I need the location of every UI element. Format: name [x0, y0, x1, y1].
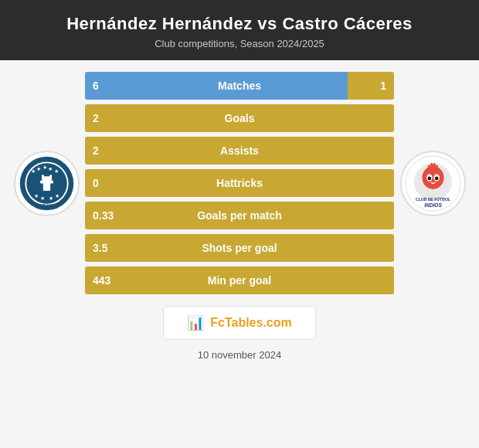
stat-label-2: Assists — [220, 144, 259, 157]
stat-label-3: Hattricks — [216, 177, 263, 189]
svg-text:CLUB DE FÚTBOL: CLUB DE FÚTBOL — [415, 197, 450, 202]
stat-left-5: 3.5 — [93, 242, 107, 254]
brand-box: 📊 FcTables.com — [163, 306, 316, 340]
stat-label-5: Shots per goal — [202, 242, 277, 254]
main-content: ★ ★ ★ ★ ★ ★ ★ ★ ★ — [0, 60, 479, 448]
match-title: Hernández Hernández vs Castro Cáceres — [15, 14, 464, 34]
svg-rect-11 — [49, 175, 52, 181]
svg-point-19 — [422, 166, 443, 189]
svg-text:★: ★ — [42, 164, 46, 169]
main-container: Hernández Hernández vs Castro Cáceres Cl… — [0, 0, 479, 448]
stat-label-0: Matches — [218, 80, 261, 92]
left-logo-area: ★ ★ ★ ★ ★ ★ ★ ★ ★ — [8, 151, 85, 216]
indios-logo: CLUB DE FÚTBOL INDIOS — [400, 151, 466, 216]
svg-text:★: ★ — [48, 165, 53, 171]
svg-point-23 — [434, 176, 438, 180]
stat-bar-matches: 6Matches1 — [85, 72, 394, 100]
svg-text:★: ★ — [36, 165, 41, 171]
match-subtitle: Club competitions, Season 2024/2025 — [15, 38, 464, 49]
stat-left-2: 2 — [93, 144, 99, 157]
svg-rect-10 — [41, 175, 43, 181]
svg-text:★: ★ — [49, 195, 53, 201]
indios-badge-svg: CLUB DE FÚTBOL INDIOS — [404, 154, 462, 212]
stats-row: ★ ★ ★ ★ ★ ★ ★ ★ ★ — [0, 72, 479, 294]
pachuca-badge-svg: ★ ★ ★ ★ ★ ★ ★ ★ ★ — [18, 154, 76, 212]
brand-chart-icon: 📊 — [187, 314, 204, 331]
svg-text:★: ★ — [53, 168, 58, 174]
brand-label: FcTables.com — [210, 316, 292, 330]
svg-point-22 — [427, 176, 431, 180]
stat-label-4: Goals per match — [197, 209, 282, 222]
stat-left-4: 0.33 — [93, 209, 114, 222]
stat-label-1: Goals — [225, 112, 255, 124]
stat-bar-goals: 2Goals — [85, 104, 394, 132]
stat-bar-assists: 2Assists — [85, 137, 394, 165]
svg-text:PACHUCA: PACHUCA — [36, 202, 57, 207]
stat-left-3: 0 — [93, 177, 99, 189]
footer-date: 10 november 2024 — [198, 349, 281, 361]
svg-text:★: ★ — [30, 168, 35, 174]
stat-bar-shots-per-goal: 3.5Shots per goal — [85, 234, 394, 262]
svg-text:★: ★ — [54, 193, 59, 199]
stat-left-0: 6 — [93, 80, 99, 92]
svg-rect-9 — [40, 180, 53, 183]
brand-text-value: Tables.com — [225, 316, 292, 329]
svg-text:★: ★ — [39, 195, 44, 201]
pachuca-logo: ★ ★ ★ ★ ★ ★ ★ ★ ★ — [14, 151, 80, 216]
stat-bar-min-per-goal: 443Min per goal — [85, 266, 394, 294]
stat-right-0: 1 — [380, 80, 386, 92]
brand-fc: Fc — [210, 316, 225, 329]
stat-bar-goals-per-match: 0.33Goals per match — [85, 202, 394, 229]
svg-text:INDIOS: INDIOS — [424, 202, 442, 208]
matches-fill — [85, 72, 348, 100]
header: Hernández Hernández vs Castro Cáceres Cl… — [0, 0, 479, 60]
stat-bar-hattricks: 0Hattricks — [85, 169, 394, 197]
stat-label-6: Min per goal — [208, 274, 271, 287]
right-logo-area: CLUB DE FÚTBOL INDIOS — [394, 151, 471, 216]
stats-column: 6Matches12Goals2Assists0Hattricks0.33Goa… — [85, 72, 394, 294]
stat-left-6: 443 — [93, 274, 110, 287]
svg-text:★: ★ — [34, 193, 39, 199]
stat-left-1: 2 — [93, 112, 99, 124]
